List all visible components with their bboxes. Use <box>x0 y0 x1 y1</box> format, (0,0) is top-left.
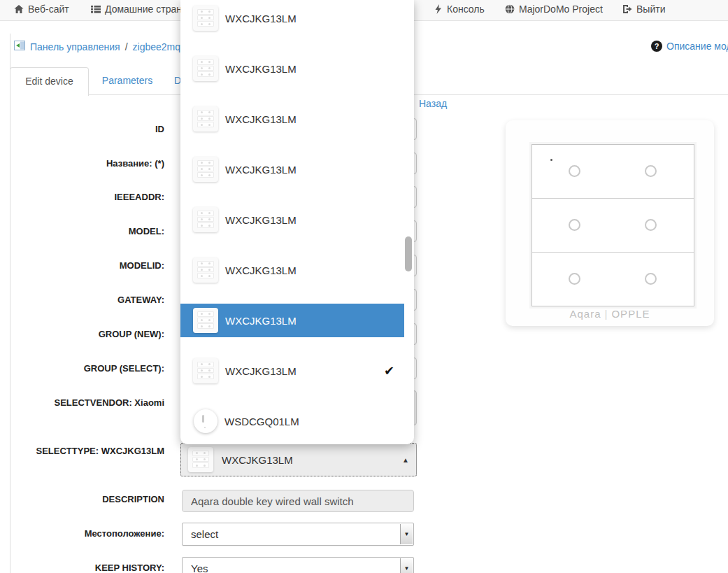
dropdown-option[interactable]: WSDCGQ01LM <box>180 404 404 438</box>
label-group-new: GROUP (NEW): <box>0 329 164 339</box>
switch-device-icon <box>193 6 218 31</box>
dropdown-option[interactable]: WXCJKG13LM <box>180 153 404 186</box>
nav-website-label: Веб-сайт <box>28 3 69 15</box>
label-gateway: GATEWAY: <box>0 295 164 305</box>
dropdown-option-label: WXCJKG13LM <box>225 214 297 226</box>
model-description-link[interactable]: Описание мод <box>666 41 728 52</box>
dropdown-option-label: WXCJKG13LM <box>225 315 297 327</box>
check-icon: ✔ <box>384 363 394 379</box>
globe-icon <box>505 4 515 14</box>
nav-logout-label: Выйти <box>636 3 665 15</box>
model-description-link-wrap: ? Описание мод <box>651 41 728 52</box>
bolt-icon <box>434 4 443 14</box>
switch-device-icon <box>188 447 213 472</box>
selecttype-dropdown-list: WXCJKG13LM WXCJKG13LM WXCJKG13LM WXCJKG1… <box>180 0 414 444</box>
switch-device-icon <box>193 308 218 333</box>
dropdown-option[interactable]: WXCJKG13LM <box>180 102 404 136</box>
label-selectvendor: SELECTVENDOR: Xiaomi <box>0 397 164 408</box>
key-button-circle <box>645 165 657 177</box>
back-link[interactable]: Назад <box>419 98 447 109</box>
selecttype-button[interactable]: WXCJKG13LM ▲ <box>180 443 417 476</box>
breadcrumb-separator: / <box>125 41 128 52</box>
keep-history-select[interactable]: Yes ▼ <box>182 557 414 573</box>
switch-device-icon <box>193 257 218 283</box>
label-model: MODEL: <box>0 226 164 236</box>
dropdown-option[interactable]: WXCJKG13LM <box>180 203 404 236</box>
dropdown-arrow-icon: ▼ <box>400 558 413 573</box>
switch-key-row <box>532 199 694 253</box>
label-id: ID <box>0 124 164 134</box>
label-modelid: MODELID: <box>0 260 164 271</box>
nav-website[interactable]: Веб-сайт <box>14 3 69 15</box>
label-selecttype: SELECTTYPE: WXCJKG13LM <box>0 446 164 456</box>
dropdown-option[interactable]: WXCJKG13LM <box>180 52 404 85</box>
label-ieeeaddr: IEEEADDR: <box>0 192 164 202</box>
dropdown-option-label: WXCJKG13LM <box>225 63 297 75</box>
dropdown-option-label: WXCJKG13LM <box>225 164 297 176</box>
key-button-circle <box>569 219 580 231</box>
dropdown-option-label: WXCJKG13LM <box>225 264 297 276</box>
dropdown-arrow-icon: ▼ <box>400 524 413 544</box>
brand-divider: | <box>601 308 612 320</box>
label-name: Название: (*) <box>0 158 164 169</box>
description-field[interactable] <box>182 490 414 512</box>
keep-history-select-value: Yes <box>191 563 208 573</box>
nav-logout[interactable]: Выйти <box>622 3 665 15</box>
switch-device-icon <box>193 157 218 182</box>
nav-majordomo-label: MajorDoMo Project <box>519 3 603 15</box>
label-group-select: GROUP (SELECT): <box>0 363 164 374</box>
dropdown-option-selected[interactable]: WXCJKG13LM ✔ <box>180 354 404 388</box>
brand-label: Aqara|OPPLE <box>506 308 714 320</box>
breadcrumb: Панель управления / zigbee2mqtt <box>14 41 186 53</box>
brand-aqara: Aqara <box>570 308 601 320</box>
brand-opple: OPPLE <box>611 308 650 320</box>
switch-face <box>531 144 694 306</box>
switch-key-row <box>532 145 694 199</box>
collapse-arrow-icon: ▲ <box>402 456 409 464</box>
location-select-value: select <box>191 528 218 540</box>
nav-majordomo-project[interactable]: MajorDoMo Project <box>505 3 603 15</box>
label-keep-history: KEEP HISTORY: <box>0 563 164 573</box>
switch-device-icon <box>193 358 218 383</box>
device-photo-aqara-opple-switch: Aqara|OPPLE <box>506 120 714 326</box>
dropdown-option-label: WSDCGQ01LM <box>224 416 299 427</box>
led-dot <box>550 159 552 161</box>
dropdown-scrollbar-thumb[interactable] <box>405 236 412 271</box>
switch-device-icon <box>193 106 218 132</box>
switch-device-icon <box>193 207 218 232</box>
nav-home-pages[interactable]: Домашние стран <box>91 3 182 15</box>
label-location: Местоположение: <box>0 528 164 539</box>
key-button-circle <box>645 219 657 231</box>
selecttype-value: WXCJKG13LM <box>222 454 293 466</box>
key-button-circle <box>569 273 580 285</box>
switch-device-icon <box>193 56 218 81</box>
tab-edit-device[interactable]: Edit device <box>10 67 89 96</box>
dropdown-option-label: WXCJKG13LM <box>225 365 297 377</box>
dropdown-option-label: WXCJKG13LM <box>225 13 297 24</box>
home-icon <box>14 4 24 14</box>
breadcrumb-page-link[interactable]: zigbee2mqtt <box>133 41 186 52</box>
sensor-device-icon <box>194 409 217 433</box>
breadcrumb-control-panel-link[interactable]: Панель управления <box>30 41 120 52</box>
device-edit-page: Веб-сайт Домашние стран Консоль MajorDoM… <box>0 0 728 573</box>
logout-icon <box>622 4 632 14</box>
nav-home-pages-label: Домашние стран <box>105 3 182 15</box>
key-button-circle <box>569 165 580 177</box>
location-select[interactable]: select ▼ <box>182 523 414 546</box>
nav-console-label: Консоль <box>447 3 485 15</box>
label-description: DESCRIPTION <box>0 494 164 504</box>
tab-parameters[interactable]: Parameters <box>96 67 159 94</box>
dropdown-option-label: WXCJKG13LM <box>225 113 297 125</box>
key-button-circle <box>645 273 657 285</box>
question-icon: ? <box>651 41 662 52</box>
switch-key-row <box>532 253 694 306</box>
dropdown-option[interactable]: WXCJKG13LM <box>180 253 404 287</box>
dropdown-option-highlighted[interactable]: WXCJKG13LM <box>180 304 404 337</box>
panel-window-icon <box>14 41 25 53</box>
dropdown-option[interactable]: WXCJKG13LM <box>180 1 404 35</box>
list-icon <box>91 4 101 14</box>
nav-console[interactable]: Консоль <box>434 3 485 15</box>
